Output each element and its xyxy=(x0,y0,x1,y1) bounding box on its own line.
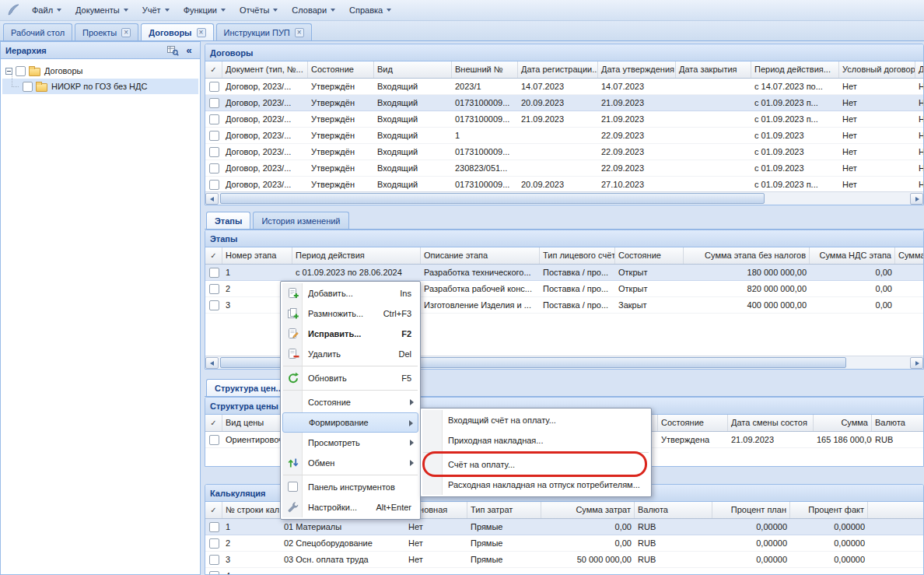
menubar-item[interactable]: Учёт xyxy=(135,2,177,19)
row-checkbox[interactable] xyxy=(209,268,219,278)
row-checkbox[interactable] xyxy=(209,284,219,294)
tab-close-icon[interactable]: × xyxy=(295,28,304,37)
tab[interactable]: Рабочий стол xyxy=(3,23,72,40)
row-checkbox[interactable] xyxy=(209,300,219,310)
column-header[interactable]: Состояние xyxy=(308,61,374,78)
scroll-left-button[interactable] xyxy=(205,193,219,205)
table-row[interactable]: 202 СпецоборудованиеНетПрямые0,00RUB0,00… xyxy=(205,535,923,552)
scroll-right-button[interactable] xyxy=(910,357,923,369)
menu-item[interactable]: Панель инструментов xyxy=(282,477,418,497)
tab-close-icon[interactable]: × xyxy=(197,28,206,37)
contracts-hscrollbar[interactable] xyxy=(205,191,923,205)
row-checkbox[interactable] xyxy=(209,131,219,141)
menu-item[interactable]: Размножить...Ctrl+F3 xyxy=(282,303,418,324)
scroll-thumb[interactable] xyxy=(220,193,765,204)
table-row[interactable]: Договор, 2023/...УтверждёнВходящий230823… xyxy=(205,160,923,177)
column-header[interactable]: Описание этапа xyxy=(421,247,540,264)
column-header[interactable]: ✓ xyxy=(205,247,222,264)
tab[interactable]: Проекты× xyxy=(75,23,138,40)
tree-checkbox[interactable] xyxy=(23,82,33,92)
collapse-panel-icon[interactable]: « xyxy=(183,44,195,57)
column-header[interactable]: ✓ xyxy=(205,415,222,431)
column-header[interactable]: Дата смены состоя xyxy=(728,415,814,431)
column-header[interactable]: Тип затрат xyxy=(467,502,541,518)
tab[interactable]: Этапы xyxy=(206,212,250,229)
column-header[interactable]: Дата регистрации... xyxy=(518,61,598,78)
row-checkbox[interactable] xyxy=(209,571,219,574)
row-checkbox[interactable] xyxy=(209,147,219,157)
grid-settings-icon[interactable] xyxy=(166,44,179,57)
tab[interactable]: Структура цен... xyxy=(206,379,292,396)
row-checkbox[interactable] xyxy=(209,522,219,532)
scroll-right-button[interactable] xyxy=(910,193,923,205)
table-row[interactable]: 101 МатериалыНетПрямые0,00RUB0,000000,00… xyxy=(205,519,923,535)
menu-item[interactable]: Формирование xyxy=(282,412,418,433)
row-checkbox[interactable] xyxy=(209,82,219,92)
menu-item[interactable]: Настройки...Alt+Enter xyxy=(282,497,418,517)
column-header[interactable]: Валюта xyxy=(635,502,712,518)
column-header[interactable]: Документ (тип, №... xyxy=(222,61,308,78)
table-row[interactable]: Договор, 2023/...УтверждёнВходящий122.09… xyxy=(205,128,923,144)
menu-item[interactable]: Обмен xyxy=(282,453,418,473)
menubar-item[interactable]: Файл xyxy=(25,2,68,19)
tree-expander-icon[interactable] xyxy=(5,68,12,75)
tree-node[interactable]: Договоры xyxy=(2,63,198,79)
row-checkbox[interactable] xyxy=(209,98,219,108)
column-header[interactable]: ✓ xyxy=(205,61,222,78)
column-header[interactable]: До... xyxy=(915,61,923,78)
column-header[interactable]: Дата утверждения xyxy=(598,61,676,78)
menu-item[interactable]: Входящий счёт на оплату... xyxy=(422,410,649,430)
menu-item[interactable]: Расходная накладная на отпуск потребител… xyxy=(422,475,649,495)
column-header[interactable]: Вид xyxy=(374,61,452,78)
menu-item[interactable]: УдалитьDel xyxy=(282,344,418,364)
table-row[interactable]: Договор, 2023/...УтверждёнВходящий017310… xyxy=(205,177,923,191)
tree-checkbox[interactable] xyxy=(16,66,26,76)
tab[interactable]: Инструкции ПУП× xyxy=(216,23,312,40)
row-checkbox[interactable] xyxy=(209,180,219,190)
table-row[interactable]: 1с 01.09.2023 по 28.06.2024Разработка те… xyxy=(205,265,923,281)
menubar-item[interactable]: Справка xyxy=(342,2,398,19)
menubar-item[interactable]: Документы xyxy=(68,2,135,19)
column-header[interactable]: Сумма затрат xyxy=(541,502,635,518)
scroll-left-button[interactable] xyxy=(205,357,219,369)
menu-item[interactable]: Исправить...F2 xyxy=(282,324,418,344)
column-header[interactable]: Процент план xyxy=(712,502,790,518)
menu-item[interactable]: Состояние xyxy=(282,392,418,412)
table-row[interactable]: Договор, 2023/...УтверждёнВходящий2023/1… xyxy=(205,79,923,95)
menu-item-checkbox[interactable] xyxy=(288,482,298,492)
column-header[interactable]: Состояние xyxy=(615,247,684,264)
column-header[interactable]: Период действия xyxy=(292,247,421,264)
tab-close-icon[interactable]: × xyxy=(121,28,131,37)
column-header[interactable]: Сумма эт... xyxy=(895,247,923,264)
column-header[interactable]: Тип лицевого счёт xyxy=(540,247,615,264)
row-checkbox[interactable] xyxy=(209,538,219,549)
column-header[interactable]: № строки кал... xyxy=(222,502,281,518)
column-header[interactable]: Валюта xyxy=(872,415,923,431)
table-row[interactable]: Договор, 2023/...УтверждёнВходящий017310… xyxy=(205,144,923,160)
menu-item[interactable]: ОбновитьF5 xyxy=(282,368,418,388)
row-checkbox[interactable] xyxy=(209,163,219,174)
column-header[interactable]: Условный договор xyxy=(839,61,915,78)
column-header[interactable]: Состояние xyxy=(658,415,728,431)
menu-item[interactable]: Приходная накладная... xyxy=(422,430,649,451)
table-row[interactable]: Договор, 2023/...УтверждёнВходящий017310… xyxy=(205,111,923,128)
menubar-item[interactable]: Отчёты xyxy=(233,2,285,19)
menu-item[interactable]: Добавить...Ins xyxy=(282,283,418,303)
column-header[interactable]: Внешний № xyxy=(452,61,518,78)
column-header[interactable]: Дата закрытия xyxy=(676,61,751,78)
row-checkbox[interactable] xyxy=(209,114,219,124)
column-header[interactable]: Сумма НДС этапа xyxy=(810,247,895,264)
row-checkbox[interactable] xyxy=(209,555,219,565)
tab[interactable]: История изменений xyxy=(253,212,348,229)
column-header[interactable]: Процент факт xyxy=(790,502,868,518)
table-row[interactable]: 303 Осн. оплата трудаНетПрямые50 000 000… xyxy=(205,552,923,568)
column-header[interactable]: Период действия... xyxy=(751,61,839,78)
tab[interactable]: Договоры× xyxy=(141,23,213,40)
menubar-item[interactable]: Словари xyxy=(285,2,342,19)
table-row[interactable]: 4 xyxy=(205,568,923,574)
column-header[interactable]: Номер этапа xyxy=(222,247,292,264)
column-header[interactable]: Сумма xyxy=(814,415,872,431)
table-row[interactable]: Договор, 2023/...УтверждёнВходящий017310… xyxy=(205,95,923,111)
menu-item[interactable]: Счёт на оплату... xyxy=(422,454,649,475)
menubar-item[interactable]: Функции xyxy=(177,2,233,19)
